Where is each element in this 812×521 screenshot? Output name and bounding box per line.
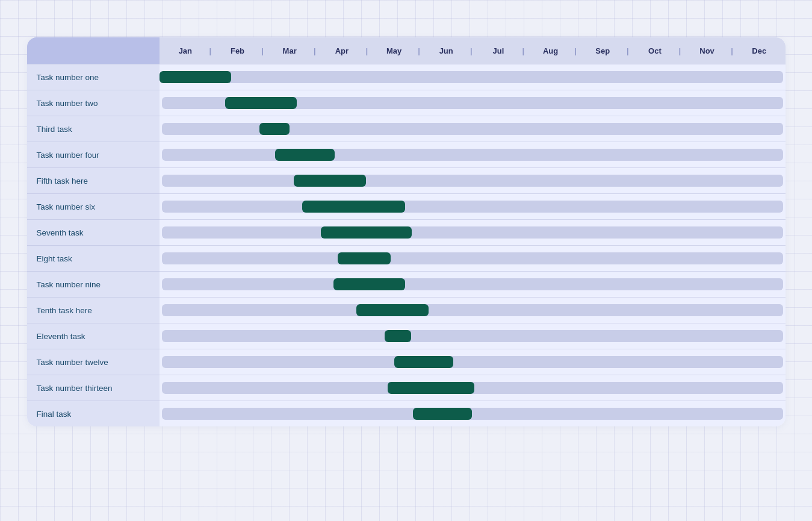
bar-row-0 <box>160 64 786 90</box>
bar-fg-11 <box>394 356 454 368</box>
task-label-5: Task number six <box>27 193 160 219</box>
bar-bg-11 <box>162 356 783 368</box>
task-label-0: Task number one <box>27 64 160 90</box>
task-label-12: Task number thirteen <box>27 375 160 401</box>
month-label-sep: Sep <box>577 46 629 55</box>
task-label-4: Fifth task here <box>27 167 160 193</box>
bar-fg-6 <box>321 226 412 239</box>
bar-fg-5 <box>302 201 406 213</box>
bar-fg-2 <box>259 123 290 135</box>
bar-bg-13 <box>162 408 783 420</box>
task-label-1: Task number two <box>27 90 160 116</box>
bar-bg-9 <box>162 304 783 316</box>
bar-rows <box>160 64 786 426</box>
bar-row-2 <box>160 116 786 142</box>
bar-row-3 <box>160 142 786 167</box>
month-label-apr: Apr <box>316 46 368 55</box>
bar-bg-6 <box>162 226 783 239</box>
bar-bg-3 <box>162 149 783 161</box>
task-label-2: Third task <box>27 116 160 142</box>
task-label-7: Eight task <box>27 245 160 271</box>
bar-bg-2 <box>162 123 783 135</box>
bar-row-12 <box>160 375 786 401</box>
bar-fg-0 <box>160 71 232 83</box>
task-label-8: Task number nine <box>27 271 160 297</box>
bar-row-1 <box>160 90 786 116</box>
bar-fg-3 <box>275 149 335 161</box>
month-label-jan: Jan <box>160 46 212 55</box>
bar-fg-8 <box>333 278 406 290</box>
task-label-13: Final task <box>27 401 160 426</box>
bar-row-8 <box>160 271 786 297</box>
task-column: Task number oneTask number twoThird task… <box>27 37 160 426</box>
page-wrapper: Task number oneTask number twoThird task… <box>27 18 786 426</box>
month-label-jun: Jun <box>420 46 473 55</box>
month-header: JanFebMarAprMayJunJulAugSepOctNovDec <box>160 37 786 64</box>
month-label-mar: Mar <box>264 46 316 55</box>
bar-row-6 <box>160 219 786 245</box>
bar-bg-4 <box>162 175 783 187</box>
bar-fg-13 <box>413 408 473 420</box>
bar-row-4 <box>160 167 786 193</box>
month-label-aug: Aug <box>524 46 577 55</box>
bar-fg-12 <box>388 382 474 394</box>
bar-row-10 <box>160 323 786 349</box>
task-rows: Task number oneTask number twoThird task… <box>27 64 160 426</box>
task-label-3: Task number four <box>27 142 160 167</box>
bar-bg-7 <box>162 252 783 264</box>
month-label-jul: Jul <box>473 46 525 55</box>
bar-bg-8 <box>162 278 783 290</box>
bar-bg-5 <box>162 201 783 213</box>
task-label-6: Seventh task <box>27 219 160 245</box>
month-label-oct: Oct <box>629 46 681 55</box>
bar-row-13 <box>160 401 786 426</box>
month-label-nov: Nov <box>681 46 733 55</box>
bar-fg-9 <box>356 304 429 316</box>
task-column-header <box>27 37 160 64</box>
task-label-10: Eleventh task <box>27 323 160 349</box>
month-label-dec: Dec <box>733 46 786 55</box>
timeline-column: JanFebMarAprMayJunJulAugSepOctNovDec <box>160 37 786 426</box>
gantt-chart: Task number oneTask number twoThird task… <box>27 37 786 426</box>
bar-fg-1 <box>225 97 297 109</box>
bar-fg-10 <box>385 330 411 342</box>
task-label-11: Task number twelve <box>27 349 160 375</box>
bar-fg-7 <box>338 252 391 264</box>
bar-bg-10 <box>162 330 783 342</box>
task-label-9: Tenth task here <box>27 297 160 323</box>
bar-bg-0 <box>162 71 783 83</box>
bar-row-7 <box>160 245 786 271</box>
bar-row-11 <box>160 349 786 375</box>
bar-row-5 <box>160 193 786 219</box>
bar-row-9 <box>160 297 786 323</box>
month-label-may: May <box>368 46 420 55</box>
month-label-feb: Feb <box>211 46 264 55</box>
bar-fg-4 <box>294 175 366 187</box>
